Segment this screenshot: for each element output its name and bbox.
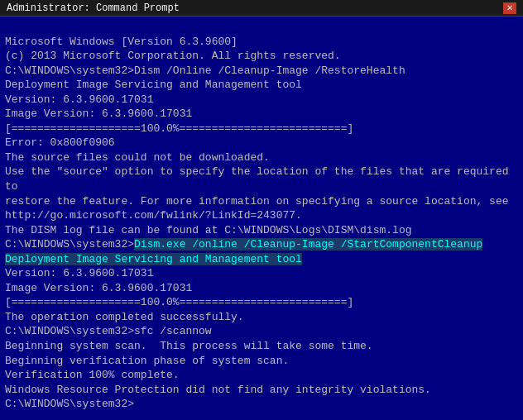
terminal-window[interactable]: Microsoft Windows [Version 6.3.9600](c) … [0, 17, 523, 420]
terminal-line: http://go.microsoft.com/fwlink/?LinkId=2… [5, 208, 518, 223]
terminal-line: Microsoft Windows [Version 6.3.9600] [5, 35, 518, 50]
terminal-line: Image Version: 6.3.9600.17031 [5, 281, 518, 296]
title-bar-text: Administrator: Command Prompt [7, 2, 180, 14]
terminal-line: Deployment Image Servicing and Managemen… [5, 78, 518, 93]
terminal-line: Version: 6.3.9600.17031 [5, 93, 518, 107]
terminal-line: The DISM log file can be found at C:\WIN… [5, 223, 518, 238]
terminal-line: Beginning system scan. This process will… [5, 339, 518, 354]
terminal-line: C:\WINDOWS\system32>Dism /Online /Cleanu… [5, 64, 518, 79]
terminal-line: [====================100.0%=============… [5, 295, 518, 310]
terminal-line: Use the "source" option to specify the l… [5, 165, 518, 193]
terminal-line: Verification 100% complete. [5, 368, 518, 383]
terminal-line: Image Version: 6.3.9600.17031 [5, 107, 518, 122]
close-button[interactable]: ✕ [503, 2, 516, 14]
terminal-line: C:\WINDOWS\system32> [5, 397, 518, 412]
highlighted-text: Dism.exe /online /Cleanup-Image /StartCo… [134, 238, 482, 251]
terminal-line: The operation completed successfully. [5, 310, 518, 325]
terminal-line: (c) 2013 Microsoft Corporation. All righ… [5, 49, 518, 64]
terminal-line: Beginning verification phase of system s… [5, 354, 518, 369]
terminal-line: C:\WINDOWS\system32>sfc /scannow [5, 324, 518, 339]
title-bar: Administrator: Command Prompt ✕ [0, 0, 523, 17]
terminal-line: The source files could not be downloaded… [5, 150, 518, 165]
terminal-line: C:\WINDOWS\system32>Dism.exe /online /Cl… [5, 237, 518, 252]
terminal-text: C:\WINDOWS\system32> [5, 238, 134, 251]
terminal-line: Deployment Image Servicing and Managemen… [5, 252, 518, 267]
terminal-line: Error: 0x800f0906 [5, 136, 518, 150]
terminal-line: Windows Resource Protection did not find… [5, 383, 518, 398]
terminal-line: restore the feature. For more informatio… [5, 194, 518, 209]
terminal-line: [====================100.0%=============… [5, 122, 518, 136]
terminal-line: Version: 6.3.9600.17031 [5, 266, 518, 281]
highlighted-text: Deployment Image Servicing and Managemen… [5, 253, 302, 265]
